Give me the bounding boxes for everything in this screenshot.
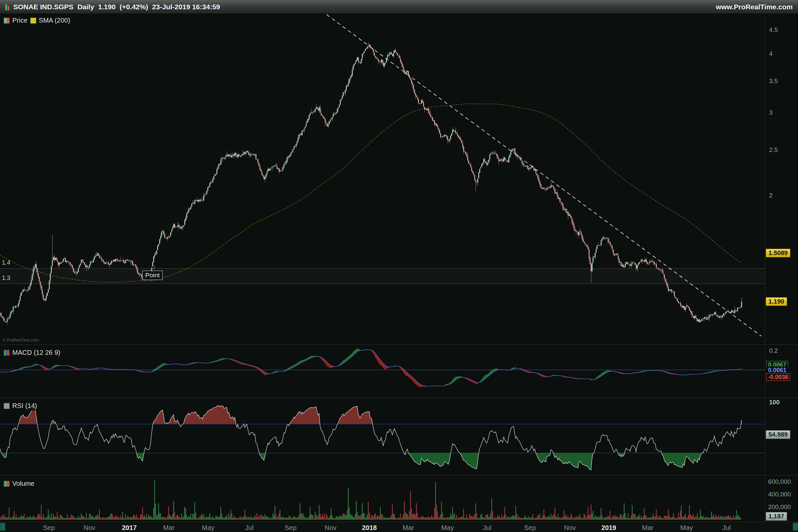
volume-color-icon [4, 481, 10, 487]
price-level-label: 1.4 [2, 259, 10, 266]
time-axis-label-Sep: Sep [285, 524, 297, 532]
proealtime-window: SONAE IND.SGPS Daily 1.190 (+0.42%) 23-J… [0, 0, 798, 532]
macd-value-blue: 0.0061 [766, 366, 788, 374]
sma-legend-label: SMA (200) [39, 17, 70, 24]
change-percent: (+0.42%) [120, 3, 148, 11]
point-annotation-label[interactable]: Point [142, 271, 163, 280]
price-legend-label: Price [12, 17, 27, 24]
timestamp: 23-Jul-2019 16:34:59 [152, 3, 220, 11]
macd-legend-label: MACD (12 26 9) [12, 349, 60, 357]
candlestick-icon [4, 18, 10, 24]
volume-value-badge: 1,187 [766, 512, 787, 521]
time-axis-label-Jul: Jul [722, 524, 731, 532]
sma-color-icon [30, 18, 36, 24]
volume-chart-canvas[interactable] [0, 476, 765, 521]
volume-legend[interactable]: Volume [2, 479, 38, 489]
time-axis-label-Mar: Mar [642, 524, 653, 532]
panel-separator [0, 398, 798, 398]
time-axis-label-Mar: Mar [163, 524, 174, 532]
price-axis-tick: 3.5 [769, 77, 778, 85]
point-annotation-marker[interactable] [152, 266, 155, 269]
time-axis-label-Nov: Nov [83, 524, 95, 532]
time-axis[interactable] [0, 522, 798, 532]
price-axis-tick: 2 [769, 192, 773, 199]
rsi-chart-canvas[interactable] [0, 398, 765, 474]
sma-value-badge: 1.5089 [766, 249, 790, 258]
macd-value-red: -0.0036 [766, 374, 790, 381]
time-axis-label-Sep: Sep [524, 524, 536, 532]
volume-axis-tick: 400,000 [768, 491, 791, 498]
panel-separator [0, 522, 798, 522]
website-link: www.ProRealTime.com [716, 3, 793, 11]
time-axis-label-Jul: Jul [483, 524, 491, 532]
timeframe-label: Daily [77, 3, 94, 11]
price-axis-tick: 3 [769, 109, 773, 116]
time-axis-label-May: May [441, 524, 454, 532]
time-axis-label-Nov: Nov [564, 524, 576, 532]
price-axis-tick: 2.5 [769, 146, 778, 154]
rsi-value-badge: 54.989 [766, 430, 790, 439]
copyright-text: © ProRealTime.com [3, 338, 39, 342]
time-axis-label-May: May [202, 524, 214, 532]
time-axis-label-May: May [680, 524, 693, 532]
time-axis-label-Mar: Mar [403, 524, 414, 532]
last-price-badge: 1.190 [766, 297, 787, 306]
rsi-legend[interactable]: RSI (14) [2, 401, 40, 411]
time-axis-label-Sep: Sep [43, 524, 55, 532]
last-price: 1.190 [98, 3, 116, 11]
macd-color-icon [4, 350, 10, 356]
time-axis-label-2018: 2018 [362, 524, 377, 532]
scroll-left-button[interactable] [0, 523, 5, 531]
price-chart-canvas[interactable] [0, 14, 765, 344]
price-level-label: 1.3 [2, 274, 10, 282]
rsi-legend-label: RSI (14) [12, 402, 37, 410]
price-axis-tick: 4 [769, 50, 773, 58]
price-legend[interactable]: Price SMA (200) [2, 16, 74, 25]
scroll-right-button[interactable] [793, 523, 798, 531]
axis-border [765, 14, 765, 522]
volume-axis-tick: 200,000 [768, 504, 791, 511]
rsi-color-icon [4, 403, 10, 409]
instrument-name: SONAE IND.SGPS [13, 3, 74, 11]
volume-axis-tick: 600,000 [768, 478, 791, 486]
rsi-axis-tick: 100 [769, 399, 780, 406]
time-axis-label-2019: 2019 [602, 524, 616, 532]
macd-chart-canvas[interactable] [0, 345, 765, 397]
time-axis-label-Jul: Jul [245, 524, 254, 532]
macd-axis-tick: 0.2 [769, 347, 778, 355]
instrument-icon [5, 4, 9, 10]
panel-separator [0, 344, 798, 345]
time-axis-label-Nov: Nov [324, 524, 337, 532]
panel-separator [0, 475, 798, 475]
time-axis-label-2017: 2017 [122, 524, 137, 532]
volume-legend-label: Volume [12, 480, 35, 488]
title-bar: SONAE IND.SGPS Daily 1.190 (+0.42%) 23-J… [0, 0, 798, 14]
price-axis-tick: 4.5 [769, 26, 778, 34]
macd-legend[interactable]: MACD (12 26 9) [2, 348, 64, 358]
